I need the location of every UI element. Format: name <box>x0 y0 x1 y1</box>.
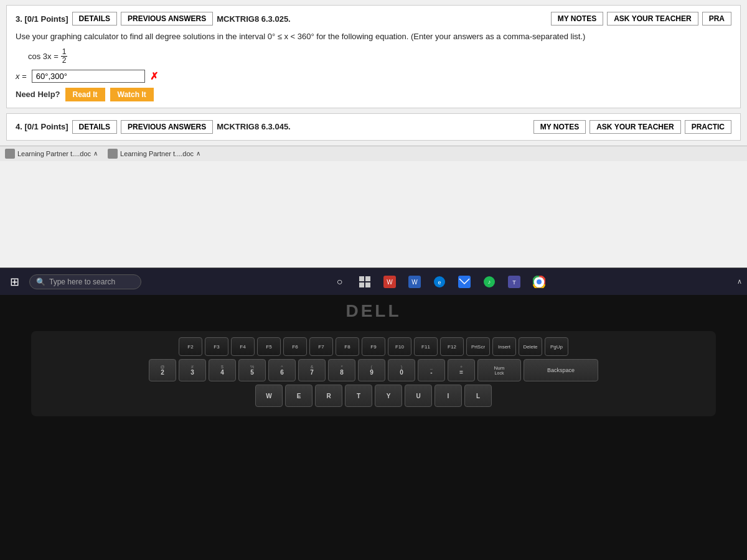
pgup-key[interactable]: PgUp <box>545 337 568 356</box>
f10-key[interactable]: F10 <box>388 337 411 356</box>
taskbar-teams-icon[interactable]: T <box>503 271 525 293</box>
q3-details-button[interactable]: DETAILS <box>72 12 117 26</box>
q4-practice-button[interactable]: PRACTIC <box>685 120 731 134</box>
q3-number: 3. [0/1 Points] <box>16 14 68 24</box>
search-bar[interactable]: 🔍 Type here to search <box>29 274 141 289</box>
f7-key[interactable]: F7 <box>309 337 333 356</box>
q3-my-notes-button[interactable]: MY NOTES <box>551 12 603 26</box>
svg-rect-1 <box>365 276 370 281</box>
taskbar-edge-icon[interactable]: e <box>428 271 451 293</box>
f2-key[interactable]: F2 <box>179 337 202 356</box>
q4-ask-teacher-button[interactable]: ASK YOUR TEACHER <box>590 120 680 134</box>
q4-problem-id: MCKTRIG8 6.3.045. <box>217 122 529 131</box>
key-l[interactable]: L <box>464 385 492 407</box>
keyboard-area: DELL F2 F3 F4 F5 F6 F7 F8 F9 F10 F11 F12… <box>0 295 747 560</box>
q4-my-notes-button[interactable]: MY NOTES <box>533 120 586 134</box>
watch-it-button[interactable]: Watch It <box>110 88 154 101</box>
key-t[interactable]: T <box>345 385 372 407</box>
prtscr-key[interactable]: PrtScr <box>466 337 490 356</box>
key-star-8[interactable]: *8 <box>328 359 355 381</box>
fraction: 1 2 <box>61 48 68 65</box>
learning-item-1[interactable]: Learning Partner t....doc ∧ <box>5 149 98 159</box>
q4-number: 4. [0/1 Points] <box>16 122 68 131</box>
start-button[interactable]: ⊞ <box>5 273 24 291</box>
f8-key[interactable]: F8 <box>336 337 359 356</box>
key-rparen-0[interactable]: )0 <box>388 359 415 381</box>
taskbar-spotify-icon[interactable]: ♪ <box>478 271 500 293</box>
learning-item-2[interactable]: Learning Partner t....doc ∧ <box>108 149 200 159</box>
num-lock-key[interactable]: NumLock <box>477 359 521 381</box>
q3-problem-id: MCKTRIG8 6.3.025. <box>217 14 547 24</box>
backspace-key[interactable]: Backspace <box>524 359 598 381</box>
svg-text:W: W <box>411 279 418 286</box>
learning-label-1: Learning Partner t....doc <box>17 150 91 157</box>
q4-details-button[interactable]: DETAILS <box>72 120 117 134</box>
q3-header: 3. [0/1 Points] DETAILS PREVIOUS ANSWERS… <box>16 12 731 26</box>
f12-key[interactable]: F12 <box>440 337 464 356</box>
q3-practice-button[interactable]: PRA <box>702 12 731 26</box>
delete-key[interactable]: Delete <box>519 337 542 356</box>
chevron-up-icon: ∧ <box>737 278 742 286</box>
q3-prev-answers-button[interactable]: PREVIOUS ANSWERS <box>121 12 213 26</box>
taskbar-chrome-icon[interactable] <box>528 271 550 293</box>
search-placeholder: Type here to search <box>49 278 115 286</box>
dell-logo: DELL <box>345 301 401 321</box>
key-dollar-4[interactable]: $4 <box>209 359 236 381</box>
taskbar-icons: ○ W W e ♪ T <box>146 271 732 293</box>
f11-key[interactable]: F11 <box>414 337 438 356</box>
taskbar-windows-icon[interactable] <box>354 271 376 293</box>
taskbar-app2-icon[interactable]: W <box>403 271 426 293</box>
key-percent-5[interactable]: %5 <box>238 359 266 381</box>
learning-label-2: Learning Partner t....doc <box>120 150 194 157</box>
screen: 3. [0/1 Points] DETAILS PREVIOUS ANSWERS… <box>0 0 747 268</box>
number-row: @2 #3 $4 %5 ^6 &7 *8 (9 )0 _- += NumLock… <box>40 359 707 381</box>
q3-answer-label: x = <box>16 72 27 81</box>
f9-key[interactable]: F9 <box>362 337 385 356</box>
svg-text:T: T <box>512 279 516 286</box>
learning-bar: Learning Partner t....doc ∧ Learning Par… <box>0 146 747 161</box>
q4-header: 4. [0/1 Points] DETAILS PREVIOUS ANSWERS… <box>16 120 731 134</box>
key-at-2[interactable]: @2 <box>149 359 176 381</box>
f4-key[interactable]: F4 <box>231 337 255 356</box>
svg-text:W: W <box>387 279 393 286</box>
fraction-numerator: 1 <box>61 48 68 57</box>
key-plus[interactable]: += <box>448 359 475 381</box>
key-w[interactable]: W <box>255 385 283 407</box>
taskbar-app1-icon[interactable]: W <box>378 271 401 293</box>
read-it-button[interactable]: Read It <box>65 88 105 101</box>
taskbar: ⊞ 🔍 Type here to search ○ W W e ♪ T ∧ <box>0 268 747 295</box>
key-amp-7[interactable]: &7 <box>298 359 326 381</box>
f5-key[interactable]: F5 <box>257 337 281 356</box>
cos-label: cos 3x = <box>28 52 59 61</box>
svg-point-16 <box>537 279 542 284</box>
key-i[interactable]: I <box>435 385 462 407</box>
need-help-label: Need Help? <box>16 90 60 99</box>
taskbar-right: ∧ <box>737 278 742 286</box>
learning-icon-1 <box>5 149 15 159</box>
q4-prev-answers-button[interactable]: PREVIOUS ANSWERS <box>121 120 213 134</box>
key-hash-3[interactable]: #3 <box>179 359 206 381</box>
svg-text:e: e <box>438 279 441 286</box>
keyboard: F2 F3 F4 F5 F6 F7 F8 F9 F10 F11 F12 PrtS… <box>31 331 716 416</box>
search-icon: 🔍 <box>36 278 45 286</box>
fn-key-row: F2 F3 F4 F5 F6 F7 F8 F9 F10 F11 F12 PrtS… <box>40 337 707 356</box>
svg-rect-3 <box>365 282 370 287</box>
key-minus[interactable]: _- <box>418 359 445 381</box>
key-u[interactable]: U <box>405 385 432 407</box>
insert-key[interactable]: Insert <box>492 337 516 356</box>
q3-answer-input[interactable] <box>32 70 145 83</box>
key-y[interactable]: Y <box>375 385 402 407</box>
q3-answer-row: x = ✗ <box>16 70 731 83</box>
key-e[interactable]: E <box>285 385 312 407</box>
taskbar-circle-icon[interactable]: ○ <box>329 271 351 293</box>
q3-ask-teacher-button[interactable]: ASK YOUR TEACHER <box>607 12 698 26</box>
f6-key[interactable]: F6 <box>283 337 307 356</box>
q3-need-help-row: Need Help? Read It Watch It <box>16 88 731 101</box>
key-r[interactable]: R <box>315 385 342 407</box>
wrong-mark: ✗ <box>150 70 158 82</box>
key-lparen-9[interactable]: (9 <box>358 359 385 381</box>
svg-rect-2 <box>359 282 364 287</box>
taskbar-mail-icon[interactable] <box>453 271 476 293</box>
key-caret-6[interactable]: ^6 <box>268 359 296 381</box>
f3-key[interactable]: F3 <box>205 337 228 356</box>
